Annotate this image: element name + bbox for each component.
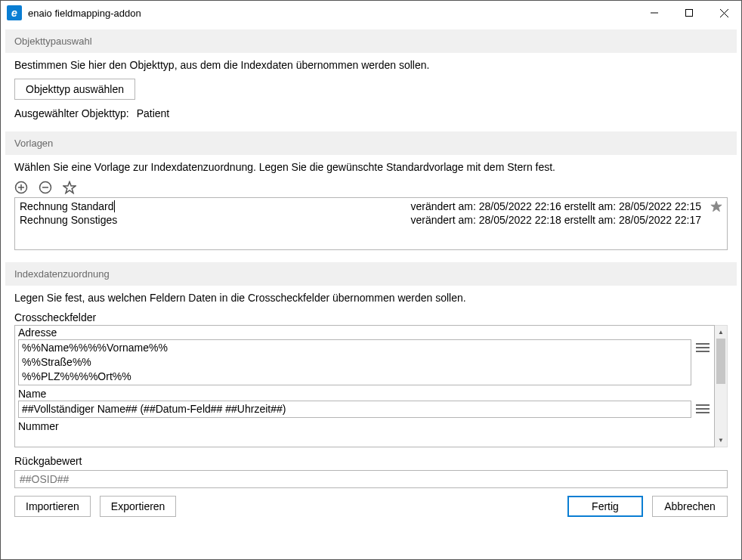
svg-marker-10 (711, 201, 722, 211)
field-list-icon[interactable] (694, 339, 711, 353)
svg-rect-11 (696, 343, 710, 345)
scroll-up-icon[interactable]: ▲ (715, 326, 727, 339)
selected-objekttyp-value: Patient (137, 107, 170, 119)
crosscheck-label: Crosscheckfelder (14, 311, 728, 323)
crosscheck-panel: Adresse%%Name%%%%Vorname%% %%Straße%% %%… (14, 325, 715, 447)
select-objekttyp-button[interactable]: Objekttyp auswählen (14, 79, 135, 100)
field-label: Nummer (18, 419, 711, 433)
section-header-index: Indexdatenzuordnung (5, 262, 737, 286)
vorlagen-description: Wählen Sie eine Vorlage zur Indexdatenzu… (14, 161, 728, 173)
field-value-input[interactable]: %%Name%%%%Vorname%% %%Straße%% %%PLZ%%%%… (18, 339, 691, 385)
objekttyp-description: Bestimmen Sie hier den Objekttyp, aus de… (14, 59, 728, 71)
returnvalue-input[interactable] (14, 470, 728, 488)
svg-rect-15 (696, 408, 710, 410)
section-header-objekttyp: Objekttypauswahl (5, 29, 737, 53)
scroll-thumb[interactable] (716, 339, 725, 384)
field-value-input[interactable]: ##Vollständiger Name## (##Datum-Feld## #… (18, 401, 691, 418)
svg-rect-13 (696, 351, 710, 352)
template-name[interactable]: Rechnung Sonstiges (20, 214, 117, 226)
template-row[interactable]: Rechnung Sonstigesverändert am: 28/05/20… (20, 213, 722, 227)
scroll-down-icon[interactable]: ▼ (715, 434, 727, 447)
remove-template-icon[interactable] (39, 181, 52, 194)
svg-rect-12 (696, 347, 710, 348)
field-label: Name (18, 387, 711, 401)
favorite-template-icon[interactable] (63, 181, 76, 194)
window-title: enaio fieldmapping-addon (28, 8, 637, 19)
section-header-vorlagen: Vorlagen (5, 131, 737, 155)
template-star-icon[interactable] (706, 200, 722, 212)
text-cursor (114, 200, 115, 212)
add-template-icon[interactable] (14, 181, 28, 194)
template-row[interactable]: Rechnung Standardverändert am: 28/05/202… (20, 200, 722, 213)
template-meta: verändert am: 28/05/2022 22:16 erstellt … (411, 200, 702, 212)
export-button[interactable]: Exportieren (100, 496, 177, 517)
template-name[interactable]: Rechnung Standard (20, 200, 114, 212)
app-logo-icon: e (7, 5, 22, 20)
cancel-button[interactable]: Abbrechen (652, 496, 728, 517)
import-button[interactable]: Importieren (14, 496, 91, 517)
minimize-button[interactable] (637, 1, 672, 25)
returnvalue-label: Rückgabewert (14, 455, 728, 467)
close-button[interactable] (706, 1, 741, 25)
svg-rect-14 (696, 404, 710, 406)
scrollbar[interactable]: ▲ ▼ (715, 325, 728, 447)
selected-objekttyp-label: Ausgewählter Objekttyp: (14, 107, 129, 119)
done-button[interactable]: Fertig (567, 496, 643, 517)
svg-rect-16 (696, 412, 710, 413)
svg-rect-1 (686, 10, 693, 17)
svg-marker-9 (63, 182, 76, 193)
maximize-button[interactable] (672, 1, 706, 25)
template-list[interactable]: Rechnung Standardverändert am: 28/05/202… (14, 197, 728, 250)
field-label: Adresse (18, 326, 711, 339)
index-description: Legen Sie fest, aus welchen Feldern Date… (14, 292, 728, 304)
titlebar: e enaio fieldmapping-addon (1, 1, 741, 25)
field-list-icon[interactable] (694, 401, 711, 414)
template-meta: verändert am: 28/05/2022 22:18 erstellt … (411, 214, 702, 226)
